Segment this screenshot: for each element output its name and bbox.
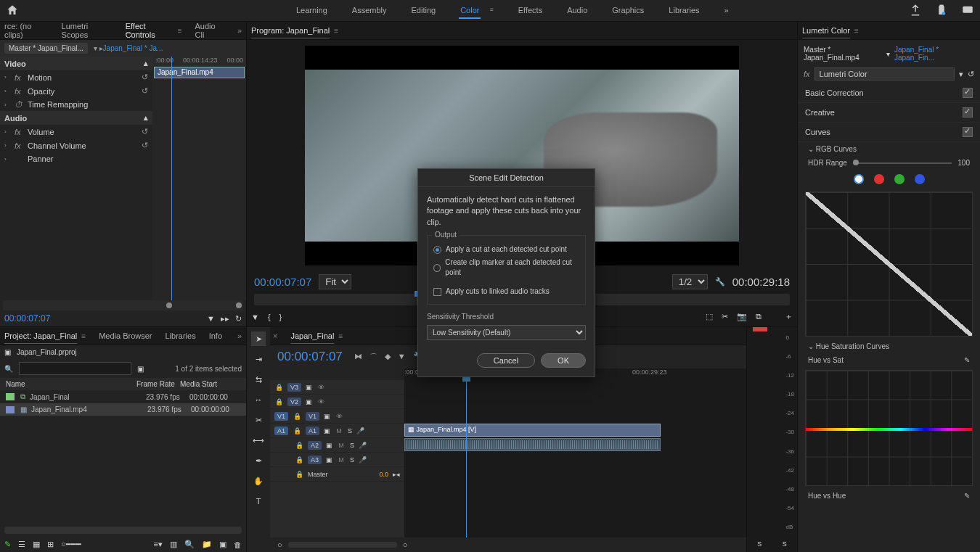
panel-menu-icon[interactable]: ≡ [854,27,859,35]
pen-tool[interactable]: ✒ [251,453,266,468]
panel-menu-icon[interactable]: ≡ [338,332,343,340]
solo-r[interactable]: S [783,540,787,548]
checkbox[interactable] [963,107,973,118]
selection-tool[interactable]: ➤ [251,331,266,346]
check-linked-audio[interactable]: Apply cuts to linked audio tracks [433,285,579,298]
timeline-track-area[interactable]: ▦ Japan_Final.mp4 [V] [404,380,746,537]
chat-icon[interactable] [961,4,974,18]
insert-icon[interactable]: ▼ [398,352,406,363]
eyedropper-icon[interactable]: ✎ [964,356,970,364]
lift-icon[interactable]: ⬚ [706,312,713,321]
project-row[interactable]: ⧉ Japan_Final 23.976 fps 00:00:00:00 [0,390,246,403]
ec-playhead[interactable] [171,57,172,300]
pencil-icon[interactable]: ✎ [4,540,11,549]
project-row[interactable]: ▦ Japan_Final.mp4 23.976 fps 00:00:00:00 [0,403,246,416]
slip-tool[interactable]: ⟷ [251,433,266,448]
timeline-video-clip[interactable]: ▦ Japan_Final.mp4 [V] [404,424,661,437]
track-header-v1[interactable]: V1🔒V1▣👁 [270,409,404,424]
radio-icon[interactable] [433,264,441,272]
pan-icon[interactable]: ▸◂ [393,471,400,478]
ec-video-group[interactable]: Video▴ [0,57,152,70]
curve-green-dot[interactable] [894,174,905,184]
ws-effects[interactable]: Effects [517,3,544,19]
checkbox[interactable] [963,127,973,137]
ec-timecode[interactable]: 00:00:07:07 [4,313,50,324]
new-bin-icon[interactable]: 📁 [202,540,212,549]
tab-libraries[interactable]: Libraries [165,331,195,340]
automate-icon[interactable]: ▥ [170,540,177,549]
lum-rgb-curves[interactable]: ⌄ RGB Curves [798,142,980,156]
checkbox-icon[interactable] [433,288,441,296]
tab-project[interactable]: Project: Japan_Final [4,331,77,340]
timeline-playhead[interactable] [466,380,467,537]
tab-media-browser[interactable]: Media Browser [99,331,152,340]
reset-icon[interactable]: ↺ [142,141,148,150]
ec-panner[interactable]: ›Panner [0,152,152,165]
curve-red-dot[interactable] [874,174,884,184]
ws-libraries[interactable]: Libraries [667,3,701,19]
sort-icon[interactable]: ≡▾ [154,540,163,549]
reset-icon[interactable]: ↺ [142,127,148,136]
hdr-slider[interactable] [853,162,952,164]
track-header-master[interactable]: 🔒Master0.0▸◂ [270,467,404,482]
linked-sel-icon[interactable]: ⌒ [369,352,377,363]
ws-graphics[interactable]: Graphics [611,3,645,19]
hand-tool[interactable]: ✋ [251,474,266,488]
list-view-icon[interactable]: ☰ [18,540,25,549]
radio-create-marker[interactable]: Create clip marker at each detected cut … [433,256,579,279]
timeline-zoom-bar[interactable]: ○○ [270,537,746,552]
find-icon[interactable]: 🔍 [184,540,195,549]
ec-sequence-link[interactable]: Japan_Final * Ja... [103,44,163,52]
curve-blue-dot[interactable] [915,174,925,184]
panel-menu-icon[interactable]: ≡ [334,27,338,35]
ok-button[interactable]: OK [541,353,586,368]
ws-menu-icon[interactable]: ≡ [488,3,494,19]
panel-overflow-icon[interactable]: » [237,331,242,340]
resolution-dropdown[interactable]: 1/2 [672,274,708,289]
panel-menu-icon[interactable]: ≡ [81,332,86,340]
track-header-a3[interactable]: 🔒A3▣MS🎤 [270,453,404,467]
timeline-timecode[interactable]: 00:00:07:07 [277,350,343,364]
zoom-slider[interactable]: ○━━━ [61,540,81,549]
reset-icon[interactable]: ↺ [142,73,148,82]
lum-effect-dropdown[interactable]: Lumetri Color [814,67,955,81]
reset-icon[interactable]: ↺ [142,86,148,96]
ws-audio[interactable]: Audio [565,3,589,19]
tab-audio-clip[interactable]: Audio Cli [195,22,224,39]
loop-icon[interactable]: ↻ [235,314,242,324]
tab-sequence[interactable]: Japan_Final [290,331,334,340]
curve-white-dot[interactable] [854,174,864,184]
marker-icon[interactable]: ◆ [385,352,391,363]
snap-icon[interactable]: ⧓ [354,352,362,363]
panel-menu-icon[interactable]: ≡ [178,27,182,35]
track-select-tool[interactable]: ⇥ [251,352,266,366]
sensitivity-dropdown[interactable]: Low Sensitivity (Default) [427,325,586,340]
ripple-tool[interactable]: ⇆ [251,372,266,387]
ec-opacity[interactable]: ›fxOpacity↺ [0,84,152,98]
marker-add-icon[interactable]: ▼ [251,313,259,321]
ec-master-dropdown[interactable]: Master * Japan_Final... [4,43,88,54]
play-icon[interactable]: ▸▸ [221,314,229,324]
export-frame-icon[interactable]: 📷 [737,312,747,321]
radio-apply-cut[interactable]: Apply a cut at each detected cut point [433,243,579,256]
tab-program[interactable]: Program: Japan_Final [251,26,330,35]
eyedropper-icon[interactable]: ✎ [964,492,970,500]
lum-creative[interactable]: Creative [798,103,980,123]
col-mediastart[interactable]: Media Start [180,380,217,388]
ws-color[interactable]: Color [459,3,481,19]
type-tool[interactable]: T [251,494,266,508]
extract-icon[interactable]: ✂ [722,312,728,321]
ws-assembly[interactable]: Assembly [351,3,388,19]
freeform-view-icon[interactable]: ⊞ [47,540,54,549]
project-scroll[interactable] [4,527,242,534]
lum-master[interactable]: Master * Japan_Final.mp4 [804,46,882,62]
ec-scrubber-handle[interactable] [166,302,172,308]
tab-source[interactable]: rce: (no clips) [4,22,49,39]
icon-view-icon[interactable]: ▦ [33,540,40,549]
project-search-input[interactable] [19,362,131,375]
razor-tool[interactable]: ✂ [251,413,266,427]
tab-lumetri-scopes[interactable]: Lumetri Scopes [62,22,113,39]
radio-icon[interactable] [433,246,441,254]
track-header-a1[interactable]: A1🔒A1▣MS🎤 [270,424,404,438]
tab-info[interactable]: Info [209,331,222,340]
